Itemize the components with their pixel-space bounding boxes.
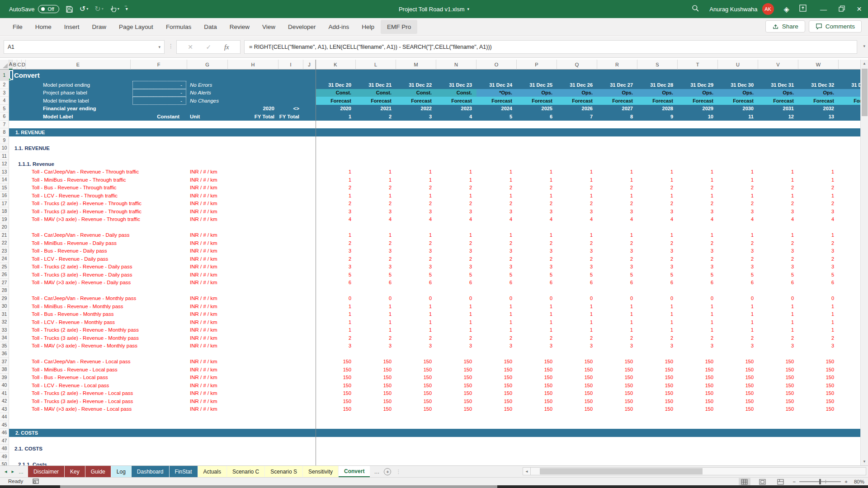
cell[interactable]: 2 (476, 255, 517, 263)
cell[interactable] (798, 445, 839, 453)
ribbon-tab-add-ins[interactable]: Add-ins (322, 20, 356, 34)
cell[interactable] (316, 437, 356, 445)
cell[interactable]: 31 Dec 21 (356, 81, 396, 89)
cell[interactable]: 2 (678, 334, 718, 342)
cell[interactable]: 2020 (316, 105, 356, 113)
frozen-left-area[interactable]: Toll - Bus - Revenue - Monthly passINR /… (9, 310, 316, 319)
cell[interactable]: 3 (436, 247, 476, 255)
cell[interactable]: 150 (678, 381, 718, 389)
cell[interactable]: Forecast (678, 97, 718, 105)
cell[interactable]: 2 (839, 184, 860, 192)
cell[interactable] (597, 413, 637, 421)
cell[interactable]: 3 (637, 263, 678, 271)
frozen-left-area[interactable] (9, 453, 316, 461)
cell[interactable]: 1 (557, 176, 597, 184)
column-header-t[interactable]: T (678, 60, 718, 70)
cell[interactable] (316, 413, 356, 421)
cell[interactable]: 3 (758, 207, 798, 216)
cell[interactable]: 1 (798, 318, 839, 326)
cell[interactable]: 2 (637, 334, 678, 342)
frozen-left-area[interactable]: Project phase label-No Alerts (9, 89, 316, 97)
cell[interactable] (637, 144, 678, 152)
cell[interactable]: 2 (637, 255, 678, 263)
cell[interactable] (557, 350, 597, 358)
cell[interactable] (476, 144, 517, 152)
cell[interactable]: 150 (517, 358, 557, 366)
cell[interactable] (396, 152, 436, 160)
cell[interactable]: 2 (396, 200, 436, 208)
cell[interactable]: 1 (316, 192, 356, 200)
cell[interactable] (597, 152, 637, 160)
horizontal-scrollbar[interactable]: ◄ (523, 467, 866, 476)
cell[interactable] (517, 223, 557, 231)
cell[interactable]: 150 (316, 397, 356, 405)
sheet-tab-convert[interactable]: Convert (339, 466, 370, 477)
cell[interactable]: 1 (316, 168, 356, 176)
cell[interactable]: 150 (798, 374, 839, 382)
frozen-left-area[interactable] (9, 223, 316, 231)
cell[interactable] (316, 445, 356, 453)
add-sheet-button[interactable]: + (384, 468, 391, 475)
cell[interactable] (316, 421, 356, 429)
cell[interactable]: 1 (356, 176, 396, 184)
row-header-24[interactable]: 24 (0, 255, 9, 263)
sheet-tab-sensitivity[interactable]: Sensitivity (303, 466, 338, 477)
cell[interactable]: 2 (839, 239, 860, 247)
cell[interactable] (517, 121, 557, 129)
cell[interactable] (798, 286, 839, 295)
cell[interactable]: 1 (758, 310, 798, 319)
column-header-i[interactable]: I (278, 60, 303, 70)
cell[interactable]: 150 (436, 405, 476, 413)
cell[interactable]: 2 (637, 200, 678, 208)
cell[interactable]: 1 (476, 310, 517, 319)
frozen-left-area[interactable] (9, 121, 316, 129)
cell[interactable]: 150 (718, 374, 758, 382)
cell[interactable]: 3 (476, 247, 517, 255)
frozen-left-area[interactable]: Toll - Trucks (2 axle) - Revenue - Throu… (9, 200, 316, 208)
cell[interactable]: 1 (396, 192, 436, 200)
cell[interactable]: 4 (718, 216, 758, 224)
cell[interactable]: 1 (637, 318, 678, 326)
cell[interactable]: Const. (436, 89, 476, 97)
cell[interactable]: 1 (597, 302, 637, 310)
cell[interactable]: 150 (597, 366, 637, 374)
cell[interactable]: 6 (637, 279, 678, 287)
cell[interactable] (798, 453, 839, 461)
cell[interactable] (718, 286, 758, 295)
cell[interactable] (678, 70, 718, 81)
cell[interactable]: 1 (798, 192, 839, 200)
cell[interactable]: 150 (476, 381, 517, 389)
cell[interactable] (718, 460, 758, 465)
cell[interactable]: 2 (758, 239, 798, 247)
cell[interactable]: 150 (436, 397, 476, 405)
cell[interactable]: 1 (557, 192, 597, 200)
cell[interactable]: 1 (758, 192, 798, 200)
cell[interactable]: 150 (798, 405, 839, 413)
cell[interactable]: 12 (758, 113, 798, 121)
cell[interactable]: 1 (396, 176, 436, 184)
cell[interactable] (758, 421, 798, 429)
cell[interactable] (678, 453, 718, 461)
cell[interactable]: 31 Dec 27 (597, 81, 637, 89)
cell[interactable]: Const. (316, 89, 356, 97)
cell[interactable]: 1 (476, 326, 517, 334)
cell[interactable]: 1 (678, 168, 718, 176)
cell[interactable]: 0 (316, 295, 356, 303)
cell[interactable]: 1 (678, 318, 718, 326)
cell[interactable]: 1 (758, 318, 798, 326)
cell[interactable]: 150 (839, 397, 860, 405)
scroll-down-icon[interactable]: ▼ (861, 458, 868, 465)
cell[interactable]: 1 (758, 176, 798, 184)
cell[interactable] (839, 121, 860, 129)
cell[interactable]: 2 (557, 255, 597, 263)
row-header-39[interactable]: 39 (0, 374, 9, 382)
row-header-6[interactable]: 6 (0, 113, 9, 121)
cell[interactable]: Forecast (436, 97, 476, 105)
cell[interactable]: 3 (718, 342, 758, 350)
cell[interactable]: 6 (436, 279, 476, 287)
cell[interactable]: 2032 (798, 105, 839, 113)
sheet-tab-scenario-s[interactable]: Scenario S (265, 466, 302, 477)
cell[interactable]: 1 (839, 326, 860, 334)
cell[interactable]: 150 (798, 397, 839, 405)
cell[interactable]: Ops. (517, 89, 557, 97)
